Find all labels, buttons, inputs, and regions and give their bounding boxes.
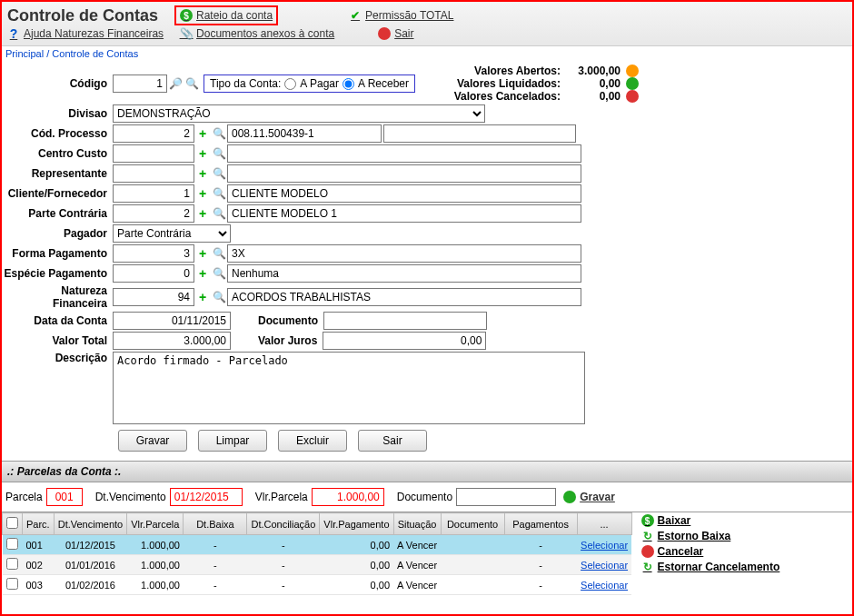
- add-representante-icon[interactable]: +: [194, 165, 211, 182]
- natureza-financeira-desc[interactable]: [227, 288, 581, 306]
- parcela-doc-input[interactable]: [456, 488, 556, 506]
- add-forma-icon[interactable]: +: [194, 245, 211, 262]
- gravar-button[interactable]: Gravar: [118, 430, 187, 452]
- sum-abertos-val: 3.000,00: [566, 65, 621, 77]
- app-title: Controle de Contas: [7, 6, 158, 25]
- lbl-valor-juros: Valor Juros: [258, 334, 317, 347]
- estornar-cancelamento-action[interactable]: ↻ Estornar Cancelamento: [641, 561, 780, 573]
- cell-concil: -: [247, 535, 320, 555]
- limpar-button[interactable]: Limpar: [198, 430, 267, 452]
- centro-custo-desc[interactable]: [227, 144, 581, 163]
- tipo-conta-group: Tipo da Conta: A Pagar A Receber: [204, 75, 415, 93]
- col-baixa: Dt.Baixa: [184, 513, 247, 535]
- table-row[interactable]: 002 01/01/2016 1.000,00 - - 0,00 A Vence…: [3, 555, 632, 575]
- link-documentos-anexos[interactable]: 📎 Documentos anexos à conta: [180, 27, 334, 40]
- forma-pagamento-desc[interactable]: [227, 244, 581, 263]
- table-row[interactable]: 001 01/12/2015 1.000,00 - - 0,00 A Vence…: [3, 535, 632, 555]
- lbl-cliente-fornecedor: Cliente/Fornecedor: [4, 187, 113, 200]
- col-venc: Dt.Vencimento: [54, 513, 127, 535]
- lbl-tipo-conta: Tipo da Conta:: [210, 77, 281, 90]
- col-sit: Situação: [393, 513, 441, 535]
- radio-a-pagar[interactable]: [284, 78, 296, 90]
- baixar-action[interactable]: $ Baixar: [641, 514, 780, 527]
- search-icon[interactable]: 🔍: [184, 75, 200, 92]
- descricao-textarea[interactable]: [113, 352, 585, 424]
- link-sair-label: Sair: [394, 27, 413, 40]
- especie-pagamento-input[interactable]: [113, 264, 194, 283]
- lbl-centro-custo: Centro Custo: [4, 147, 113, 160]
- representante-input[interactable]: [113, 164, 194, 183]
- selecionar-link[interactable]: Selecionar: [581, 580, 628, 591]
- table-row[interactable]: 003 01/02/2016 1.000,00 - - 0,00 A Vence…: [3, 575, 632, 595]
- parcela-venc-input[interactable]: [170, 488, 243, 506]
- excluir-button[interactable]: Excluir: [278, 430, 347, 452]
- dollar-icon: $: [180, 9, 193, 22]
- row-chk[interactable]: [6, 578, 18, 590]
- cod-processo-desc[interactable]: [227, 124, 382, 143]
- add-natureza-icon[interactable]: +: [194, 289, 211, 305]
- selecionar-link[interactable]: Selecionar: [581, 540, 628, 551]
- representante-desc[interactable]: [227, 164, 581, 183]
- parte-contraria-desc[interactable]: [227, 204, 581, 223]
- search-especie-icon[interactable]: 🔍: [211, 265, 227, 282]
- lbl-documento: Documento: [258, 314, 318, 327]
- cod-processo-aux[interactable]: [383, 124, 576, 143]
- search-parte-icon[interactable]: 🔍: [211, 205, 227, 222]
- cell-vlr: 1.000,00: [127, 555, 184, 575]
- link-rateio-conta[interactable]: $ Rateio da conta: [174, 5, 278, 25]
- link-permissao-total[interactable]: ✔ Permissão TOTAL: [349, 9, 453, 22]
- row-chk[interactable]: [6, 558, 18, 570]
- data-conta-input[interactable]: [113, 312, 231, 330]
- cell-vlr: 1.000,00: [127, 575, 184, 595]
- sum-liquidados-val: 0,00: [566, 77, 621, 90]
- lbl-descricao: Descrição: [4, 352, 113, 364]
- parcela-num-input[interactable]: [46, 488, 83, 506]
- breadcrumb[interactable]: Principal / Controle de Contas: [2, 46, 852, 61]
- cancelar-action[interactable]: Cancelar: [641, 545, 780, 558]
- sair-button[interactable]: Sair: [358, 430, 427, 452]
- link-ajuda-label: Ajuda Naturezas Financeiras: [24, 27, 164, 40]
- add-centro-custo-icon[interactable]: +: [194, 145, 211, 162]
- baixar-label: Baixar: [658, 514, 691, 527]
- search-centro-custo-icon[interactable]: 🔍: [211, 145, 227, 162]
- parcela-gravar-link[interactable]: Gravar: [580, 491, 615, 503]
- natureza-financeira-input[interactable]: [113, 288, 194, 306]
- link-sair[interactable]: Sair: [378, 27, 413, 40]
- pagador-select[interactable]: Parte Contrária: [113, 224, 231, 243]
- cod-processo-input[interactable]: [113, 124, 194, 143]
- search-processo-icon[interactable]: 🔍: [211, 125, 227, 142]
- link-ajuda-naturezas[interactable]: ? Ajuda Naturezas Financeiras: [7, 27, 164, 40]
- valor-juros-input[interactable]: [323, 332, 486, 350]
- centro-custo-input[interactable]: [113, 144, 194, 163]
- parte-contraria-input[interactable]: [113, 204, 194, 223]
- parcelas-section-header: .: Parcelas da Conta :.: [2, 461, 852, 482]
- add-especie-icon[interactable]: +: [194, 265, 211, 282]
- search-natureza-icon[interactable]: 🔍: [211, 289, 227, 305]
- divisao-select[interactable]: DEMONSTRAÇÃO: [113, 104, 485, 123]
- estorno-baixa-action[interactable]: ↻ Estorno Baixa: [641, 530, 780, 542]
- binoculars-icon[interactable]: 🔎: [167, 75, 184, 92]
- stop-icon: [378, 27, 391, 40]
- cliente-fornecedor-input[interactable]: [113, 184, 194, 203]
- selecionar-link[interactable]: Selecionar: [581, 560, 628, 571]
- lbl-codigo: Código: [4, 77, 113, 90]
- parcela-valor-input[interactable]: [312, 488, 384, 506]
- codigo-input[interactable]: [113, 75, 167, 93]
- row-chk[interactable]: [6, 538, 18, 550]
- cliente-fornecedor-desc[interactable]: [227, 184, 581, 203]
- add-cliente-icon[interactable]: +: [194, 185, 211, 202]
- search-forma-icon[interactable]: 🔍: [211, 245, 227, 262]
- estornar-cancelamento-label: Estornar Cancelamento: [658, 561, 780, 573]
- add-processo-icon[interactable]: +: [194, 125, 211, 142]
- especie-pagamento-desc[interactable]: [227, 264, 581, 283]
- search-representante-icon[interactable]: 🔍: [211, 165, 227, 182]
- sum-cancelados-lbl: Valores Cancelados:: [442, 90, 561, 103]
- header-bar: Controle de Contas $ Rateio da conta ✔ P…: [2, 2, 852, 46]
- valor-total-input[interactable]: [113, 332, 231, 350]
- forma-pagamento-input[interactable]: [113, 244, 194, 263]
- search-cliente-icon[interactable]: 🔍: [211, 185, 227, 202]
- chk-all[interactable]: [6, 517, 18, 529]
- add-parte-icon[interactable]: +: [194, 205, 211, 222]
- radio-a-receber[interactable]: [343, 78, 354, 90]
- documento-input[interactable]: [323, 312, 487, 330]
